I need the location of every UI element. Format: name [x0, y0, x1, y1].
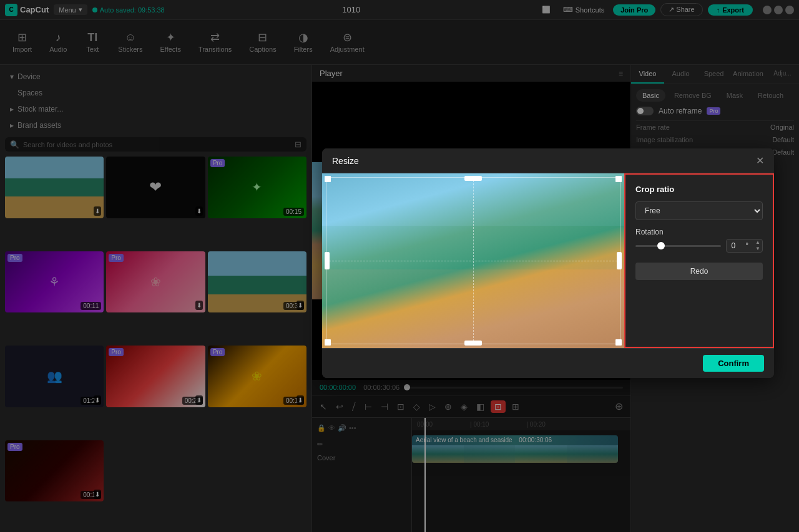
sub-tab-mask[interactable]: Mask	[720, 89, 749, 102]
chevron-right-icon: ▸	[10, 105, 14, 114]
sub-tab-basic[interactable]: Basic	[636, 89, 665, 102]
delete-tool[interactable]: ⊡	[395, 400, 407, 413]
rotation-up-button[interactable]: ▲	[753, 239, 762, 246]
tab-video[interactable]: Video	[631, 65, 664, 84]
zoom-tool[interactable]: ⊕	[442, 400, 454, 413]
handle-tm[interactable]	[464, 176, 482, 181]
playback-thumb[interactable]	[404, 384, 410, 390]
tab-adju[interactable]: Adju...	[766, 65, 799, 84]
expand-tool[interactable]: ⊞	[509, 400, 522, 413]
nav-device[interactable]: ▾ Device	[5, 70, 306, 84]
frame-rate-value: Original	[770, 123, 794, 131]
auto-reframe-toggle[interactable]	[636, 107, 654, 115]
sub-tab-removebg[interactable]: Remove BG	[668, 89, 718, 102]
undo-button[interactable]: ↩	[333, 400, 346, 413]
monitor-icon-button[interactable]: ⬜	[538, 4, 554, 15]
player-title: Player	[320, 69, 343, 78]
eye-icon: 👁	[328, 424, 335, 432]
maximize-button[interactable]	[774, 6, 783, 14]
trim-right-tool[interactable]: ⊣	[378, 400, 391, 413]
share-button[interactable]: ↗ Share	[660, 3, 702, 16]
image-stabilization-label: Image stabilization	[636, 136, 693, 143]
handle-tr[interactable]	[615, 176, 622, 182]
handle-br[interactable]	[615, 339, 622, 346]
export-button[interactable]: ↑ Export	[708, 4, 753, 16]
close-window-button[interactable]	[785, 6, 794, 14]
image-stabilization-value: Default	[772, 136, 794, 143]
tool-stickers[interactable]: ☺ Stickers	[110, 27, 150, 58]
handle-bl[interactable]	[325, 339, 331, 346]
media-thumb-7[interactable]: 👥 01:25 ⬇	[5, 346, 104, 407]
tool-audio[interactable]: ♪ Audio	[42, 27, 74, 58]
tool-effects[interactable]: ✦ Effects	[152, 27, 188, 58]
play-tool[interactable]: ▷	[426, 400, 438, 413]
tool-adjustment[interactable]: ⊜ Adjustment	[323, 27, 372, 58]
redo-button[interactable]: Redo	[635, 263, 763, 280]
divider-1	[636, 120, 794, 121]
download-icon-1: ⬇	[94, 206, 101, 216]
media-thumb-5[interactable]: ❀ Pro ⬇	[106, 251, 205, 313]
settings-icon[interactable]: ⊕	[612, 399, 625, 414]
duration-3: 00:15	[283, 208, 304, 216]
stickers-label: Stickers	[118, 46, 142, 53]
window-controls	[763, 6, 794, 14]
cursor-tool[interactable]: ↖	[317, 400, 330, 413]
confirm-button[interactable]: Confirm	[703, 355, 764, 372]
nav-spaces[interactable]: Spaces	[5, 86, 306, 100]
media-thumb-2[interactable]: ❤ ⬇	[106, 157, 205, 218]
clip-label: Aerial view of a beach and seaside 00:00…	[416, 437, 552, 443]
mask-tool[interactable]: ◈	[458, 400, 470, 413]
media-thumb-4[interactable]: ⚘ Pro 00:11	[5, 251, 104, 313]
handle-tl[interactable]	[325, 176, 331, 182]
rotation-slider[interactable]	[635, 245, 721, 247]
modal-title: Resize	[332, 156, 359, 166]
nav-brand-assets[interactable]: ▸ Brand assets	[5, 118, 306, 132]
tool-text[interactable]: TI Text	[77, 27, 108, 58]
tool-filters[interactable]: ◑ Filters	[287, 27, 320, 58]
current-time: 00:00:00:00	[320, 384, 356, 391]
filter-button[interactable]: ⊟	[295, 140, 301, 149]
media-thumb-8[interactable]: Pro 00:20 ⬇	[106, 346, 205, 407]
track-clip[interactable]: Aerial view of a beach and seaside 00:00…	[412, 435, 618, 463]
tool-transitions[interactable]: ⇄ Transitions	[191, 27, 239, 58]
search-input[interactable]	[23, 141, 291, 148]
rotation-label: Rotation	[635, 228, 673, 236]
split-tool[interactable]: ⧸	[350, 400, 358, 413]
sub-tab-retouch[interactable]: Retouch	[752, 89, 790, 102]
handle-ml[interactable]	[325, 252, 330, 269]
paint-tool[interactable]: ◧	[474, 400, 487, 413]
handle-mr[interactable]	[617, 252, 622, 269]
media-thumb-6[interactable]: 00:31 ⬇	[208, 251, 306, 313]
join-pro-button[interactable]: Join Pro	[613, 4, 655, 16]
shortcuts-button[interactable]: ⌨ Shortcuts	[559, 4, 608, 15]
keyframe-tool[interactable]: ◇	[411, 400, 423, 413]
autosave-dot	[92, 7, 97, 12]
tool-captions[interactable]: ⊟ Captions	[242, 27, 283, 58]
edit-icon: ✏	[317, 440, 323, 448]
media-thumb-1[interactable]: ⬇	[5, 157, 104, 218]
nav-device-label: Device	[17, 72, 41, 81]
rotation-thumb[interactable]	[657, 242, 665, 249]
tab-speed[interactable]: Speed	[697, 65, 730, 84]
handle-bm[interactable]	[464, 341, 482, 346]
tab-audio[interactable]: Audio	[664, 65, 697, 84]
modal-close-button[interactable]: ✕	[756, 155, 764, 167]
crop-ratio-select[interactable]: Free 16:9 9:16 4:3 3:4 1:1	[635, 201, 763, 220]
crop-hline	[326, 261, 620, 261]
playback-bar[interactable]	[407, 387, 623, 389]
media-thumb-3[interactable]: ✦ Pro 00:15	[208, 157, 306, 218]
rotation-down-button[interactable]: ▼	[753, 246, 762, 252]
timeline-tracks-area: 00:00 | 00:10 | 00:20 Aerial view of a b…	[412, 418, 630, 532]
minimize-button[interactable]	[763, 6, 772, 14]
media-thumb-9[interactable]: ❀ Pro 00:11 ⬇	[208, 346, 306, 407]
media-thumb-10[interactable]: Pro 00:11 ⬇	[5, 440, 104, 502]
tool-import[interactable]: ⊞ Import	[5, 27, 39, 58]
nav-stock-material[interactable]: ▸ Stock mater...	[5, 102, 306, 116]
crop-active-tool[interactable]: ⊡	[491, 400, 506, 413]
player-menu-icon[interactable]: ≡	[619, 69, 623, 78]
tab-animation[interactable]: Animation	[730, 65, 766, 84]
trim-left-tool[interactable]: ⊢	[362, 400, 375, 413]
rotation-unit: °	[740, 239, 753, 252]
menu-button[interactable]: Menu ▾	[54, 4, 87, 15]
effects-label: Effects	[160, 46, 180, 53]
